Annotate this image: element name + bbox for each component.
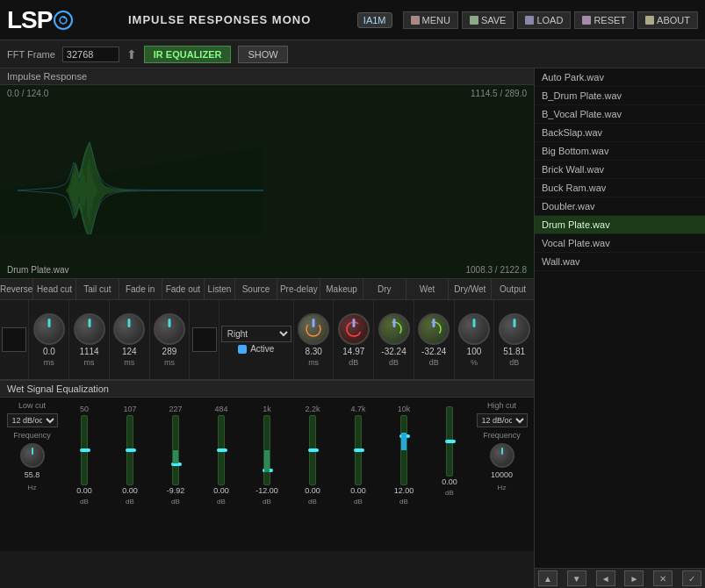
eq-slider-227-fill [173, 450, 178, 463]
fft-stepper[interactable]: ⬆ [126, 47, 137, 61]
dry-knob[interactable] [378, 313, 410, 345]
file-item-bigbottom[interactable]: Big Bottom.wav [535, 142, 705, 161]
tail-cut-unit: ms [84, 358, 95, 367]
dry-val: -32.24 [381, 347, 406, 356]
eq-slider-107[interactable] [124, 415, 136, 485]
app-badge: IA1M [357, 12, 392, 28]
eq-band-4-7k-unit: dB [354, 498, 363, 506]
controls-section: Reverse Head cut Tail cut Fade in Fade o… [0, 279, 534, 380]
listen-checkbox[interactable] [192, 327, 217, 352]
eq-band-50-label: 50 [80, 405, 89, 413]
col-header-fadeout: Fade out [162, 279, 205, 299]
file-nav-bar: ▲ ▼ ◄ ► ✕ ✓ [535, 568, 705, 588]
svg-marker-2 [0, 103, 263, 234]
header: LSP IMPULSE RESPONSES MONO IA1M MENU SAV… [0, 0, 705, 40]
load-icon [525, 16, 534, 25]
eq-slider-1k-bg [263, 415, 270, 485]
save-button[interactable]: SAVE [462, 11, 514, 29]
fft-label: FFT Frame [7, 49, 55, 60]
dry-wet-knob[interactable] [458, 313, 490, 345]
file-item-doubler[interactable]: Doubler.wav [535, 197, 705, 216]
file-item-bdrum[interactable]: B_Drum Plate.wav [535, 87, 705, 105]
eq-slider-484[interactable] [215, 415, 227, 485]
col-header-wet: Wet [406, 279, 450, 299]
show-button[interactable]: SHOW [238, 46, 287, 63]
ctrl-drywet: 100 % [455, 300, 495, 379]
menu-button[interactable]: MENU [403, 11, 458, 29]
file-item-vocalplate[interactable]: Vocal Plate.wav [535, 234, 705, 253]
logo-icon [54, 11, 73, 30]
makeup-val: 14.97 [342, 347, 364, 356]
fade-in-knob[interactable] [113, 313, 145, 345]
file-nav-check-btn[interactable]: ✓ [682, 570, 701, 586]
eq-slider-107-bg [126, 415, 133, 485]
eq-lowcut-label: Low cut [18, 401, 46, 410]
eq-band-484-label: 484 [214, 405, 227, 413]
ctrl-headcut: 0.0 ms [29, 300, 69, 379]
wet-knob[interactable] [418, 313, 450, 345]
dry-unit: dB [389, 358, 399, 367]
output-val: 51.81 [503, 347, 525, 356]
reverse-checkbox[interactable] [2, 327, 26, 352]
fade-out-val: 289 [162, 347, 177, 356]
col-header-drywet: Dry/Wet [449, 279, 492, 299]
eq-band-1k-unit: dB [263, 498, 271, 506]
eq-slider-last[interactable] [443, 406, 456, 477]
eq-slider-2-2k[interactable] [306, 415, 319, 485]
eq-highcut-freq-label: Frequency [483, 431, 521, 440]
save-icon [470, 16, 478, 25]
pre-delay-knob[interactable] [298, 313, 329, 345]
file-item-backslap[interactable]: BackSlap.wav [535, 124, 705, 142]
file-item-brickwall[interactable]: Brick Wall.wav [535, 161, 705, 179]
file-nav-x-btn[interactable]: ✕ [653, 570, 673, 586]
eq-band-10k-label: 10k [398, 405, 411, 413]
reset-button[interactable]: RESET [574, 11, 634, 29]
file-nav-up-btn[interactable]: ▲ [538, 570, 558, 586]
about-button[interactable]: ABOUT [637, 11, 698, 29]
eq-highcut-freq-knob[interactable] [490, 443, 514, 468]
controls-header: Reverse Head cut Tail cut Fade in Fade o… [0, 279, 534, 300]
eq-slider-50[interactable] [78, 415, 90, 485]
eq-slider-227[interactable] [169, 415, 182, 485]
ctrl-output: 51.81 dB [494, 300, 534, 379]
fft-input[interactable] [62, 47, 119, 62]
load-button[interactable]: LOAD [517, 11, 571, 29]
eq-slider-50-handle [80, 448, 90, 452]
col-header-listen: Listen [205, 279, 234, 299]
tail-cut-knob[interactable] [74, 313, 105, 345]
app-logo: LSP [7, 6, 73, 34]
show-label: SHOW [248, 49, 277, 60]
toolbar: FFT Frame ⬆ IR EQUALIZER SHOW [0, 40, 705, 68]
eq-highcut-select[interactable]: 12 dB/oct 6 dB/oct 24 dB/oct [477, 413, 528, 427]
ctrl-tailcut: 1114 ms [69, 300, 110, 379]
nav-buttons: MENU SAVE LOAD RESET ABOUT [403, 11, 698, 29]
ir-eq-button[interactable]: IR EQUALIZER [144, 46, 232, 63]
menu-label: MENU [422, 15, 450, 25]
eq-band-227-label: 227 [169, 405, 182, 413]
eq-lowcut-freq-knob[interactable] [20, 443, 45, 468]
makeup-knob[interactable] [338, 313, 370, 345]
file-item-autopark[interactable]: Auto Park.wav [535, 68, 705, 87]
eq-lowcut-select[interactable]: 12 dB/oct 6 dB/oct 24 dB/oct [7, 413, 58, 427]
eq-band-107-val: 0.00 [122, 487, 138, 496]
file-nav-right-btn[interactable]: ► [624, 570, 644, 586]
eq-slider-10k[interactable] [398, 415, 410, 485]
ir-canvas[interactable]: 0.0 / 124.0 1114.5 / 289.0 [0, 85, 534, 278]
fade-out-knob[interactable] [154, 313, 185, 345]
output-knob[interactable] [499, 313, 530, 345]
eq-slider-1k[interactable] [261, 415, 273, 485]
file-nav-left-btn[interactable]: ◄ [596, 570, 615, 586]
head-cut-knob[interactable] [33, 313, 65, 345]
file-item-bvocal[interactable]: B_Vocal Plate.wav [535, 105, 705, 124]
svg-point-0 [60, 17, 67, 24]
output-unit: dB [509, 358, 519, 367]
eq-slider-4-7k[interactable] [352, 415, 364, 485]
file-item-buckram[interactable]: Buck Ram.wav [535, 179, 705, 197]
file-item-wall[interactable]: Wall.wav [535, 253, 705, 271]
file-list-scroll[interactable]: Auto Park.wav B_Drum Plate.wav B_Vocal P… [535, 68, 705, 568]
col-header-dry: Dry [363, 279, 406, 299]
source-select[interactable]: Right Left Stereo [221, 326, 291, 342]
svg-point-23 [427, 322, 441, 336]
file-item-drumplate[interactable]: Drum Plate.wav [535, 216, 705, 234]
file-nav-down-btn[interactable]: ▼ [567, 570, 586, 586]
